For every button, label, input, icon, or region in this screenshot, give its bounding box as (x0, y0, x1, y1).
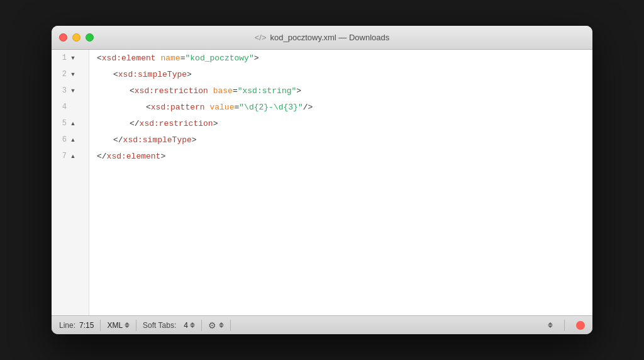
line-label: Line: (59, 321, 75, 330)
soft-tabs-area: Soft Tabs: 4 (143, 321, 195, 330)
divider-3 (201, 320, 202, 331)
fold-arrow-4 (68, 104, 78, 110)
l3-tag: xsd:restriction (135, 86, 208, 96)
fold-arrow-7[interactable]: ▲ (68, 153, 78, 159)
l1-open: < (97, 53, 102, 63)
l3-eq: = (233, 86, 238, 96)
close-button[interactable] (59, 33, 67, 42)
gutter-row-5: 5 ▲ (52, 115, 89, 132)
window-title: kod_pocztowy.xml — Downloads (270, 33, 390, 42)
tabs-value: 4 (184, 321, 188, 330)
gutter-row-2: 2 ▼ (52, 66, 89, 82)
l1-eq: = (180, 53, 186, 63)
line-number-4: 4 (52, 103, 67, 111)
code-line-5: </xsd:restriction> (97, 115, 592, 132)
right-chevron (548, 322, 553, 328)
l3-attr: base (213, 86, 233, 96)
l4-close: /> (303, 103, 313, 112)
line-gutter: 1 ▼ 2 ▼ 3 ▼ 4 5 ▲ 6 ▲ (52, 50, 89, 315)
code-line-4: <xsd:pattern value="\d{2}-\d{3}"/> (97, 99, 592, 115)
chevron-down-icon (125, 325, 130, 328)
l6-close: > (192, 135, 197, 145)
l3-close: > (296, 86, 301, 96)
line-value: 7:15 (79, 321, 94, 330)
l4-sp (205, 103, 210, 112)
l4-open: < (146, 103, 151, 112)
gear-chevron (219, 322, 224, 328)
l4-val: "\d{2}-\d{3}" (239, 103, 303, 112)
l6-open: </ (113, 135, 123, 145)
editor-container: 1 ▼ 2 ▼ 3 ▼ 4 5 ▲ 6 ▲ (52, 50, 592, 315)
fold-arrow-1[interactable]: ▼ (68, 55, 78, 61)
l7-tag: xsd:element (107, 152, 161, 161)
maximize-button[interactable] (86, 33, 94, 42)
l5-open: </ (130, 119, 140, 128)
gutter-row-1: 1 ▼ (52, 50, 89, 66)
l2-close: > (187, 70, 192, 79)
language-selector[interactable]: XML (107, 321, 130, 330)
file-icon: </> (255, 33, 267, 42)
right-chevron-down-icon (548, 325, 553, 328)
fold-arrow-3[interactable]: ▼ (68, 87, 78, 94)
l3-open: < (130, 86, 135, 96)
fold-arrow-2[interactable]: ▼ (68, 71, 78, 77)
line-number-1: 1 (52, 53, 67, 62)
gutter-row-4: 4 (52, 99, 89, 115)
right-chevron-up-icon (548, 322, 553, 325)
gutter-row-3: 3 ▼ (52, 82, 89, 99)
tabs-chevron (190, 322, 195, 328)
tabs-chevron-down-icon (190, 325, 195, 328)
l2-open: < (113, 70, 118, 79)
gear-icon[interactable]: ⚙ (208, 320, 216, 330)
l1-attr: name (160, 53, 180, 63)
l4-attr: value (209, 103, 234, 112)
fold-arrow-5[interactable]: ▲ (68, 120, 78, 127)
l6-tag: xsd:simpleType (123, 135, 192, 145)
title-area: </> kod_pocztowy.xml — Downloads (255, 33, 390, 42)
divider-5 (564, 320, 565, 331)
gutter-row-6: 6 ▲ (52, 132, 89, 148)
l1-tag: xsd:element (102, 53, 156, 63)
minimize-button[interactable] (72, 33, 80, 42)
titlebar: </> kod_pocztowy.xml — Downloads (52, 26, 592, 50)
line-number-7: 7 (52, 152, 67, 160)
line-number-6: 6 (52, 135, 67, 144)
code-line-6: </xsd:simpleType> (97, 132, 592, 148)
divider-2 (136, 320, 136, 331)
l7-close: > (160, 152, 165, 161)
l5-close: > (213, 119, 218, 128)
tabs-chevron-up-icon (190, 322, 195, 325)
language-value: XML (107, 321, 123, 330)
editor-window: </> kod_pocztowy.xml — Downloads 1 ▼ 2 ▼… (52, 26, 592, 334)
code-line-1: <xsd:element name="kod_pocztowy"> (97, 50, 592, 66)
code-line-7: </xsd:element> (97, 148, 592, 164)
gear-chevron-down-icon (219, 325, 224, 328)
divider-1 (100, 320, 101, 331)
language-chevron (125, 322, 130, 328)
l1-val: "kod_pocztowy" (185, 53, 253, 63)
l1-close: > (254, 53, 259, 63)
code-line-2: <xsd:simpleType> (97, 66, 592, 82)
statusbar: Line: 7:15 XML Soft Tabs: 4 ⚙ (52, 315, 592, 334)
gear-chevron-up-icon (219, 322, 224, 325)
l5-tag: xsd:restriction (140, 119, 213, 128)
l3-val: "xsd:string" (238, 86, 297, 96)
divider-4 (230, 320, 231, 331)
code-area[interactable]: <xsd:element name="kod_pocztowy"> <xsd:s… (89, 50, 592, 315)
line-number-2: 2 (52, 70, 67, 79)
chevron-up-icon (125, 322, 130, 325)
tabs-selector[interactable]: 4 (184, 321, 195, 330)
code-line-3: <xsd:restriction base="xsd:string"> (97, 82, 592, 99)
l2-tag: xsd:simpleType (118, 70, 187, 79)
line-number-5: 5 (52, 119, 67, 128)
l7-open: </ (97, 152, 107, 161)
l4-eq: = (234, 103, 239, 112)
gutter-row-7: 7 ▲ (52, 148, 89, 164)
l1-sp (156, 53, 161, 63)
encoding-indicator[interactable] (576, 321, 585, 330)
fold-arrow-6[interactable]: ▲ (68, 137, 78, 143)
line-number-3: 3 (52, 86, 67, 95)
status-right (548, 320, 585, 331)
l4-tag: xsd:pattern (151, 103, 205, 112)
l3-sp (208, 86, 213, 96)
